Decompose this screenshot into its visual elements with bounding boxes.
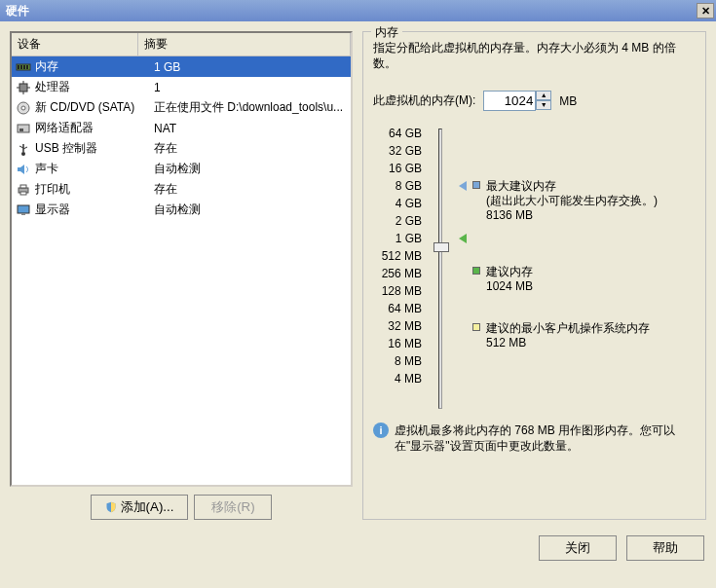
triangle-rec-icon: [459, 234, 467, 243]
scale-tick-label: 4 GB: [373, 195, 422, 212]
device-name: 声卡: [35, 161, 154, 177]
marker-max: 最大建议内存 (超出此大小可能发生内存交换。) 8136 MB: [486, 179, 658, 223]
svg-rect-13: [19, 129, 23, 131]
device-icon: [16, 203, 31, 217]
device-row[interactable]: USB 控制器存在: [12, 138, 351, 159]
close-button[interactable]: 关闭: [539, 535, 617, 561]
svg-rect-1: [18, 65, 19, 69]
col-device: 设备: [12, 33, 138, 55]
device-row[interactable]: 声卡自动检测: [12, 159, 351, 179]
svg-point-11: [21, 106, 25, 110]
device-summary: 正在使用文件 D:\download_tools\u...: [154, 99, 347, 116]
info-icon: i: [373, 423, 389, 438]
remove-button: 移除(R): [194, 495, 272, 520]
triangle-max-icon: [459, 181, 467, 191]
info-text: 虚拟机最多将此内存的 768 MB 用作图形内存。您可以在"显示器"设置页面中更…: [395, 423, 696, 454]
device-icon: [16, 163, 31, 176]
help-button[interactable]: 帮助: [626, 535, 704, 561]
device-summary: 自动检测: [154, 161, 347, 177]
device-list[interactable]: 设备 摘要 内存1 GB处理器1新 CD/DVD (SATA)正在使用文件 D:…: [10, 31, 353, 487]
svg-rect-5: [19, 84, 27, 92]
device-name: 内存: [35, 58, 154, 75]
spin-down-icon[interactable]: ▼: [536, 100, 551, 110]
scale-tick-label: 512 MB: [373, 247, 422, 265]
device-row[interactable]: 网络适配器NAT: [12, 118, 351, 138]
add-button[interactable]: 添加(A)...: [91, 495, 189, 520]
memory-slider[interactable]: [438, 129, 442, 409]
scale-tick-label: 1 GB: [373, 230, 422, 247]
device-icon: [16, 142, 31, 156]
device-summary: 1 GB: [154, 60, 347, 74]
device-name: USB 控制器: [35, 140, 154, 157]
device-name: 打印机: [35, 181, 154, 198]
device-row[interactable]: 打印机存在: [12, 179, 351, 200]
svg-rect-22: [21, 213, 25, 215]
memory-group-title: 内存: [371, 24, 402, 41]
device-row[interactable]: 内存1 GB: [12, 56, 351, 77]
device-name: 网络适配器: [35, 120, 154, 136]
window-title: 硬件: [6, 3, 29, 19]
device-icon: [16, 60, 31, 74]
device-summary: 存在: [154, 140, 347, 157]
shield-icon: [105, 501, 117, 513]
memory-input-label: 此虚拟机的内存(M):: [373, 92, 475, 109]
memory-input[interactable]: [483, 91, 536, 111]
device-summary: 自动检测: [154, 202, 347, 218]
device-name: 显示器: [35, 202, 154, 218]
device-name: 新 CD/DVD (SATA): [35, 99, 154, 116]
svg-rect-21: [18, 205, 29, 213]
device-icon: [16, 183, 31, 197]
device-row[interactable]: 新 CD/DVD (SATA)正在使用文件 D:\download_tools\…: [12, 97, 351, 118]
svg-rect-2: [20, 65, 22, 69]
scale-tick-label: 128 MB: [373, 282, 422, 300]
scale-tick-label: 64 GB: [373, 125, 422, 142]
device-summary: NAT: [154, 122, 347, 135]
device-icon: [16, 81, 31, 94]
spin-up-icon[interactable]: ▲: [536, 91, 551, 100]
col-summary: 摘要: [138, 33, 351, 55]
scale-tick-label: 16 GB: [373, 160, 422, 177]
close-icon[interactable]: ✕: [697, 3, 714, 18]
scale-tick-label: 16 MB: [373, 335, 422, 352]
scale-tick-label: 32 GB: [373, 142, 422, 160]
scale-tick-label: 64 MB: [373, 300, 422, 317]
scale-tick-label: 2 GB: [373, 212, 422, 230]
scale-labels: 64 GB32 GB16 GB8 GB4 GB2 GB1 GB512 MB256…: [373, 123, 422, 409]
device-icon: [16, 101, 31, 115]
memory-unit: MB: [559, 94, 577, 108]
slider-thumb[interactable]: [433, 242, 449, 252]
device-icon: [16, 122, 31, 135]
memory-desc: 指定分配给此虚拟机的内存量。内存大小必须为 4 MB 的倍数。: [373, 40, 696, 71]
device-row[interactable]: 处理器1: [12, 77, 351, 97]
scale-tick-label: 256 MB: [373, 265, 422, 282]
scale-tick-label: 4 MB: [373, 370, 422, 387]
list-header: 设备 摘要: [12, 33, 351, 56]
square-green-icon: [472, 267, 480, 275]
marker-min: 建议的最小客户机操作系统内存 512 MB: [486, 321, 650, 350]
device-name: 处理器: [35, 79, 154, 95]
svg-rect-4: [26, 65, 28, 69]
square-yellow-icon: [472, 323, 480, 331]
scale-tick-label: 8 MB: [373, 352, 422, 370]
device-row[interactable]: 显示器自动检测: [12, 200, 351, 220]
svg-rect-19: [20, 185, 26, 188]
add-label: 添加(A)...: [121, 498, 174, 516]
svg-rect-3: [23, 65, 25, 69]
scale-tick-label: 8 GB: [373, 177, 422, 195]
svg-point-14: [21, 152, 25, 156]
device-summary: 1: [154, 81, 347, 94]
scale-tick-label: 32 MB: [373, 317, 422, 335]
svg-rect-20: [20, 192, 26, 195]
device-summary: 存在: [154, 181, 347, 198]
square-blue-icon: [472, 181, 480, 189]
marker-rec: 建议内存 1024 MB: [486, 265, 533, 294]
